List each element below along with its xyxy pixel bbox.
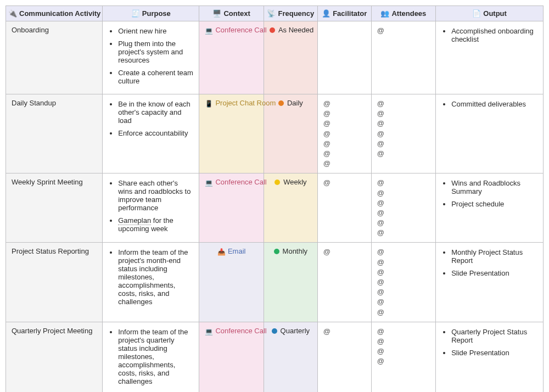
- mention-icon: @: [377, 228, 430, 238]
- purpose-cell[interactable]: Inform the team of the project's month-e…: [103, 243, 199, 322]
- frequency-cell[interactable]: Weekly: [264, 173, 317, 243]
- col-frequency[interactable]: 📡Frequency: [264, 6, 317, 21]
- frequency-dot-icon: [278, 100, 284, 106]
- facilitator-cell[interactable]: [317, 21, 371, 94]
- context-label: Email: [228, 247, 246, 255]
- purpose-cell[interactable]: Orient new hirePlug them into the projec…: [103, 21, 199, 94]
- receipt-icon: 🧾: [131, 9, 140, 18]
- mention-icon: @: [377, 356, 430, 366]
- attendees-cell[interactable]: @@@@: [371, 322, 435, 392]
- col-purpose[interactable]: 🧾Purpose: [103, 6, 199, 21]
- frequency-cell[interactable]: As Needed: [264, 21, 317, 94]
- col-attendees[interactable]: 👥Attendees: [371, 6, 435, 21]
- mention-icon: @: [377, 188, 430, 198]
- mention-icon: @: [323, 149, 366, 159]
- frequency-label: Monthly: [283, 247, 308, 255]
- output-cell[interactable]: Monthly Project Status ReportSlide Prese…: [436, 243, 544, 322]
- mention-icon: @: [377, 307, 430, 317]
- context-label: Conference Call: [215, 178, 266, 186]
- output-item: Slide Presentation: [451, 269, 537, 277]
- attendees-cell[interactable]: @@@@@@@: [371, 243, 435, 322]
- frequency-cell[interactable]: Monthly: [264, 243, 317, 322]
- mention-icon: @: [377, 139, 430, 149]
- purpose-item: Orient new hire: [118, 27, 193, 35]
- context-cell[interactable]: 💻Conference Call: [199, 322, 264, 392]
- mention-icon: @: [377, 327, 430, 337]
- col-output[interactable]: 📄Output: [436, 6, 544, 21]
- facilitator-cell[interactable]: @: [317, 173, 371, 243]
- communication-plan-table: 🔌Communication Activity 🧾Purpose 🖥️Conte…: [5, 5, 544, 392]
- context-label: Conference Call: [215, 26, 266, 34]
- col-facilitator[interactable]: 👤Facilitator: [317, 6, 371, 21]
- purpose-item: Create a coherent team culture: [118, 69, 193, 85]
- mention-icon: @: [323, 109, 366, 119]
- output-item: Quarterly Project Status Report: [451, 328, 537, 344]
- facilitator-cell[interactable]: @: [317, 243, 371, 322]
- mention-icon: @: [377, 287, 430, 297]
- attendees-cell[interactable]: @: [371, 21, 435, 94]
- mention-icon: @: [377, 346, 430, 356]
- mention-icon: @: [377, 129, 430, 139]
- activity-cell[interactable]: Weekly Sprint Meeting: [6, 173, 103, 243]
- table-header-row: 🔌Communication Activity 🧾Purpose 🖥️Conte…: [6, 6, 544, 21]
- output-item: Monthly Project Status Report: [451, 248, 537, 265]
- col-context[interactable]: 🖥️Context: [199, 6, 264, 21]
- context-icon: 💻: [205, 179, 213, 187]
- mention-icon: @: [377, 119, 430, 128]
- mention-icon: @: [377, 267, 430, 277]
- table-row: Weekly Sprint MeetingShare each other's …: [6, 173, 544, 243]
- output-cell[interactable]: Quarterly Project Status ReportSlide Pre…: [436, 322, 544, 392]
- context-icon: 💻: [205, 27, 213, 35]
- frequency-cell[interactable]: Quarterly: [264, 322, 317, 392]
- mention-icon: @: [323, 119, 366, 128]
- mention-icon: @: [377, 277, 430, 287]
- mention-icon: @: [377, 208, 430, 218]
- table-row: Project Status ReportingInform the team …: [6, 243, 544, 322]
- person-icon: 👤: [322, 9, 330, 18]
- context-icon: 📥: [217, 248, 226, 256]
- mention-icon: @: [377, 99, 430, 109]
- mention-icon: @: [323, 129, 366, 139]
- plug-icon: 🔌: [8, 9, 17, 18]
- frequency-label: Weekly: [283, 178, 306, 186]
- purpose-cell[interactable]: Inform the team of the project's quarter…: [103, 322, 199, 392]
- attendees-cell[interactable]: @@@@@@: [371, 173, 435, 243]
- output-item: Project schedule: [451, 200, 537, 208]
- mention-icon: @: [377, 198, 430, 208]
- mention-icon: @: [323, 178, 366, 188]
- purpose-item: Inform the team of the project's month-e…: [118, 248, 193, 306]
- frequency-dot-icon: [272, 328, 277, 334]
- context-cell[interactable]: 📥Email: [199, 243, 264, 322]
- activity-cell[interactable]: Project Status Reporting: [6, 243, 103, 322]
- purpose-item: Share each other's wins and roadblocks t…: [118, 179, 193, 212]
- frequency-label: As Needed: [278, 26, 313, 34]
- context-icon: 📱: [205, 100, 213, 108]
- mention-icon: @: [377, 337, 430, 346]
- output-item: Slide Presentation: [451, 349, 537, 357]
- context-cell[interactable]: 💻Conference Call: [199, 173, 264, 243]
- context-cell[interactable]: 💻Conference Call: [199, 21, 264, 94]
- purpose-cell[interactable]: Share each other's wins and roadblocks t…: [103, 173, 199, 243]
- mention-icon: @: [377, 26, 430, 36]
- activity-cell[interactable]: Daily Standup: [6, 94, 103, 173]
- col-activity[interactable]: 🔌Communication Activity: [6, 6, 103, 21]
- mention-icon: @: [323, 159, 366, 169]
- mention-icon: @: [377, 149, 430, 159]
- context-icon: 💻: [205, 328, 213, 335]
- signal-icon: 📡: [267, 9, 276, 18]
- purpose-cell[interactable]: Be in the know of each other's capacity …: [103, 94, 199, 173]
- activity-cell[interactable]: Onboarding: [6, 21, 103, 94]
- activity-cell[interactable]: Quarterly Project Meeting: [6, 322, 103, 392]
- frequency-label: Daily: [287, 99, 303, 107]
- output-cell[interactable]: Committed deliverables: [436, 94, 544, 173]
- facilitator-cell[interactable]: @@@@@@@: [317, 94, 371, 173]
- mention-icon: @: [323, 99, 366, 109]
- purpose-item: Enforce accountability: [118, 129, 193, 137]
- people-icon: 👥: [380, 9, 389, 18]
- context-cell[interactable]: 📱Project Chat Room: [199, 94, 264, 173]
- attendees-cell[interactable]: @@@@@@: [371, 94, 435, 173]
- purpose-item: Be in the know of each other's capacity …: [118, 100, 193, 125]
- output-cell[interactable]: Accomplished onboarding checklist: [436, 21, 544, 94]
- facilitator-cell[interactable]: @: [317, 322, 371, 392]
- output-cell[interactable]: Wins and Roadblocks SummaryProject sched…: [436, 173, 544, 243]
